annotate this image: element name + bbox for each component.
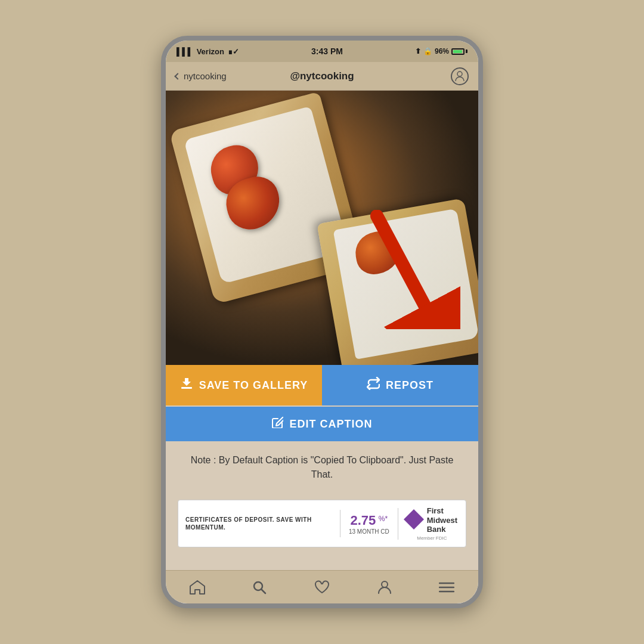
battery-percent: 96% — [435, 47, 449, 55]
back-button[interactable]: nytcooking — [175, 71, 249, 81]
ad-rate-suffix: %* — [379, 514, 388, 522]
food-background — [166, 91, 478, 365]
repost-button[interactable]: REPOST — [322, 365, 478, 405]
carrier-signal: ▌▌▌ Verizon ∎✓ — [177, 47, 239, 56]
phone-frame: ▌▌▌ Verizon ∎✓ 3:43 PM ⬆ 🔒 96% nytcookin… — [161, 36, 483, 608]
edit-caption-label: EDIT CAPTION — [289, 418, 372, 431]
tab-home[interactable] — [184, 578, 211, 597]
note-text: Note : By Default Caption is "Copied To … — [184, 453, 460, 482]
bank-diamond-icon — [407, 512, 423, 529]
edit-icon — [271, 416, 283, 432]
tab-menu[interactable] — [433, 579, 460, 596]
battery-status: ⬆ 🔒 96% — [415, 47, 467, 55]
wifi-icon: ∎✓ — [228, 47, 239, 56]
status-bar: ▌▌▌ Verizon ∎✓ 3:43 PM ⬆ 🔒 96% — [166, 41, 478, 62]
battery-icon — [451, 48, 467, 55]
back-chevron-icon — [174, 73, 181, 79]
save-button-label: SAVE TO GALLERY — [199, 379, 308, 392]
ad-bank-logo: FirstMidwestBank — [407, 506, 457, 534]
post-image — [166, 91, 478, 365]
ad-bank-section: FirstMidwestBank Member FDIC — [398, 501, 466, 546]
location-icon: ⬆ — [415, 47, 421, 55]
edit-caption-button[interactable]: EDIT CAPTION — [166, 407, 478, 441]
content-area: SAVE TO GALLERY REPOST — [166, 91, 478, 570]
back-label: nytcooking — [184, 71, 227, 81]
fdic-label: Member FDIC — [417, 535, 447, 541]
bank-name-block: FirstMidwestBank — [427, 506, 457, 534]
repost-button-label: REPOST — [386, 379, 434, 392]
svg-rect-3 — [181, 387, 192, 389]
ad-rate-number: 2.75 — [350, 513, 376, 528]
carrier-name: Verizon — [197, 47, 224, 56]
nav-title: @nytcooking — [249, 70, 395, 82]
tab-likes[interactable] — [308, 578, 336, 597]
repost-icon — [367, 377, 380, 394]
profile-icon — [451, 67, 469, 85]
primary-buttons-row: SAVE TO GALLERY REPOST — [166, 365, 478, 405]
ad-rate-display: 2.75 %* — [349, 513, 389, 528]
nav-bar: nytcooking @nytcooking — [166, 62, 478, 91]
profile-button[interactable] — [395, 67, 469, 85]
ad-term-text: 13 MONTH CD — [349, 528, 389, 535]
signal-bars: ▌▌▌ — [177, 47, 193, 56]
svg-point-0 — [457, 72, 462, 76]
ad-left-section: CERTIFICATES OF DEPOSIT. SAVE WITH MOMEN… — [178, 510, 340, 537]
tab-profile[interactable] — [371, 578, 398, 597]
action-buttons-section: SAVE TO GALLERY REPOST — [166, 365, 478, 441]
tab-search[interactable] — [246, 578, 273, 597]
lock-icon: 🔒 — [423, 47, 432, 55]
save-to-gallery-button[interactable]: SAVE TO GALLERY — [166, 365, 322, 405]
ad-banner[interactable]: CERTIFICATES OF DEPOSIT. SAVE WITH MOMEN… — [178, 500, 466, 547]
post-image-container — [166, 91, 478, 365]
svg-line-5 — [262, 589, 266, 593]
tab-bar — [166, 570, 478, 603]
status-time: 3:43 PM — [311, 47, 343, 56]
svg-line-2 — [377, 216, 425, 305]
note-section: Note : By Default Caption is "Copied To … — [166, 441, 478, 494]
svg-point-6 — [382, 581, 388, 587]
ad-title: CERTIFICATES OF DEPOSIT. SAVE WITH MOMEN… — [185, 516, 333, 531]
download-icon — [180, 377, 193, 394]
red-arrow-icon — [329, 210, 460, 329]
ad-rate-section: 2.75 %* 13 MONTH CD — [340, 508, 398, 540]
bank-name: FirstMidwestBank — [427, 506, 457, 534]
